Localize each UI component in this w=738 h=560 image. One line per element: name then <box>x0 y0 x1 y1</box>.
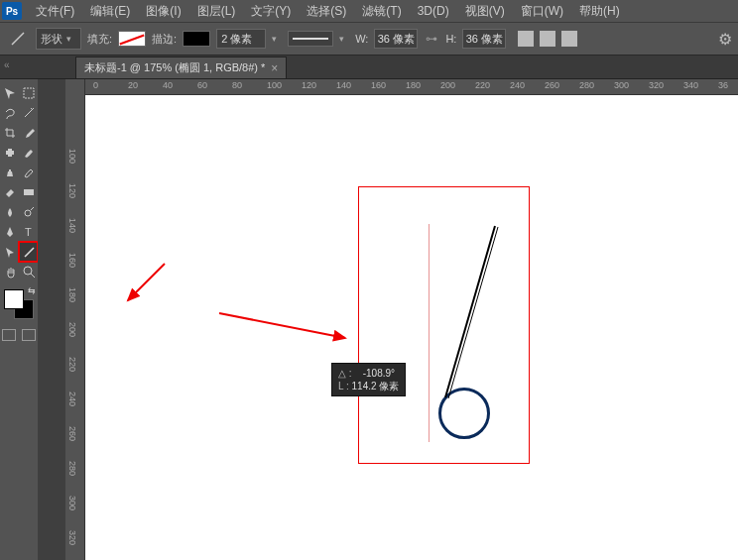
swap-colors-icon[interactable]: ⇆ <box>28 285 36 295</box>
zoom-tool[interactable] <box>19 262 38 281</box>
ruler-v-label: 220 <box>67 357 77 372</box>
ruler-h-label: 200 <box>440 80 455 90</box>
menu-select[interactable]: 选择(S) <box>299 3 354 20</box>
eraser-tool[interactable] <box>0 182 19 202</box>
chevron-down-icon[interactable]: ▾ <box>272 34 282 44</box>
svg-point-5 <box>25 210 31 216</box>
menu-view[interactable]: 视图(V) <box>457 3 513 20</box>
menu-image[interactable]: 图像(I) <box>138 3 188 20</box>
path-selection-tool[interactable] <box>0 242 19 262</box>
ruler-v-label: 180 <box>67 287 77 302</box>
lasso-tool[interactable] <box>0 103 19 123</box>
marquee-tool[interactable] <box>19 83 38 103</box>
menu-help[interactable]: 帮助(H) <box>571 3 628 20</box>
stroke-swatch[interactable] <box>183 31 210 47</box>
chevron-down-icon: ▾ <box>66 34 76 44</box>
ruler-h-label: 340 <box>683 80 698 90</box>
height-input[interactable] <box>462 29 506 49</box>
menu-file[interactable]: 文件(F) <box>28 3 82 20</box>
ruler-v-label: 320 <box>67 530 77 545</box>
svg-line-13 <box>219 313 345 338</box>
ruler-h-label: 160 <box>371 80 386 90</box>
link-icon[interactable]: ⊶ <box>424 31 439 47</box>
width-label: W: <box>355 33 368 45</box>
svg-line-0 <box>12 33 24 45</box>
type-tool[interactable]: T <box>19 222 38 242</box>
ruler-h-label: 300 <box>614 80 629 90</box>
document-tab[interactable]: 未标题-1 @ 175% (椭圆 1, RGB/8#) * × <box>75 56 287 78</box>
ruler-h-label: 260 <box>545 80 559 90</box>
ruler-h-label: 220 <box>475 80 490 90</box>
line-tool-icon <box>6 27 30 51</box>
workspace: T ⇆ 100 120 140 160 180 200 220 240 260 <box>0 79 738 560</box>
svg-rect-3 <box>8 149 12 157</box>
close-icon[interactable]: × <box>271 61 278 75</box>
crop-tool[interactable] <box>0 123 19 143</box>
hand-tool[interactable] <box>0 262 19 281</box>
menu-filter[interactable]: 滤镜(T) <box>354 3 409 20</box>
path-options-icon[interactable] <box>561 31 577 47</box>
svg-rect-4 <box>24 189 34 195</box>
menu-window[interactable]: 窗口(W) <box>513 3 571 20</box>
ruler-v-label: 200 <box>67 322 77 337</box>
svg-line-10 <box>445 226 495 397</box>
ruler-h-label: 36 <box>718 80 728 90</box>
foreground-color-swatch[interactable] <box>4 289 24 309</box>
canvas-area[interactable]: 0 20 40 60 80 100 120 140 160 180 200 22… <box>85 79 738 560</box>
screen-mode-icon[interactable] <box>22 329 36 341</box>
options-bar: 形状 ▾ 填充: 描边: ▾ ▾ W: ⊶ H: ⚙ <box>0 22 738 56</box>
brush-tool[interactable] <box>19 143 38 163</box>
ruler-v-label: 300 <box>67 496 77 510</box>
stroke-label: 描边: <box>152 32 177 47</box>
chevron-down-icon[interactable]: ▾ <box>339 34 349 44</box>
document-canvas[interactable]: △ : -108.9° L : 114.2 像素 <box>85 95 738 560</box>
panel-handle-icon[interactable]: « <box>4 59 10 70</box>
svg-line-9 <box>31 274 35 278</box>
dodge-tool[interactable] <box>19 202 38 222</box>
panel-gutter <box>38 79 65 560</box>
ruler-h-label: 80 <box>232 80 242 90</box>
ruler-h-label: 240 <box>510 80 525 90</box>
shape-mode-dropdown[interactable]: 形状 ▾ <box>36 28 81 50</box>
ruler-v-label: 120 <box>67 183 77 198</box>
line-shape-tool[interactable] <box>19 242 38 262</box>
ruler-v-label: 160 <box>67 253 77 268</box>
ruler-vertical[interactable]: 100 120 140 160 180 200 220 240 260 280 … <box>65 79 85 560</box>
gear-icon[interactable]: ⚙ <box>718 30 732 49</box>
line-shape-drawing <box>437 224 507 402</box>
info-length-label: L : <box>338 381 349 392</box>
info-angle-value: -108.9° <box>363 368 395 379</box>
stroke-width-input[interactable] <box>216 29 266 49</box>
menu-edit[interactable]: 编辑(E) <box>82 3 138 20</box>
path-arrange-icon[interactable] <box>540 31 555 47</box>
ruler-horizontal[interactable]: 0 20 40 60 80 100 120 140 160 180 200 22… <box>85 79 738 95</box>
app-logo: Ps <box>2 2 22 20</box>
ruler-v-label: 100 <box>67 149 77 164</box>
ruler-h-label: 100 <box>267 80 282 90</box>
ruler-v-label: 280 <box>67 461 77 476</box>
history-brush-tool[interactable] <box>19 163 38 182</box>
gradient-tool[interactable] <box>19 182 38 202</box>
move-tool[interactable] <box>0 83 19 103</box>
pen-tool[interactable] <box>0 222 19 242</box>
guide-vertical <box>429 224 430 442</box>
width-input[interactable] <box>374 29 418 49</box>
healing-brush-tool[interactable] <box>0 143 19 163</box>
ruler-v-label: 260 <box>67 426 77 441</box>
menu-layer[interactable]: 图层(L) <box>189 3 244 20</box>
clone-stamp-tool[interactable] <box>0 163 19 182</box>
svg-line-11 <box>448 227 498 398</box>
quick-mask-icon[interactable] <box>2 329 16 341</box>
menu-3d[interactable]: 3D(D) <box>410 4 457 18</box>
eyedropper-tool[interactable] <box>19 123 38 143</box>
annotation-arrow <box>120 259 170 308</box>
fill-swatch[interactable] <box>118 31 146 47</box>
magic-wand-tool[interactable] <box>19 103 38 123</box>
ruler-h-label: 320 <box>649 80 664 90</box>
ruler-v-label: 140 <box>67 218 77 233</box>
blur-tool[interactable] <box>0 202 19 222</box>
path-align-icon[interactable] <box>518 31 534 47</box>
menu-type[interactable]: 文字(Y) <box>243 3 299 20</box>
annotation-arrow <box>214 308 353 348</box>
stroke-style-dropdown[interactable] <box>288 31 333 47</box>
